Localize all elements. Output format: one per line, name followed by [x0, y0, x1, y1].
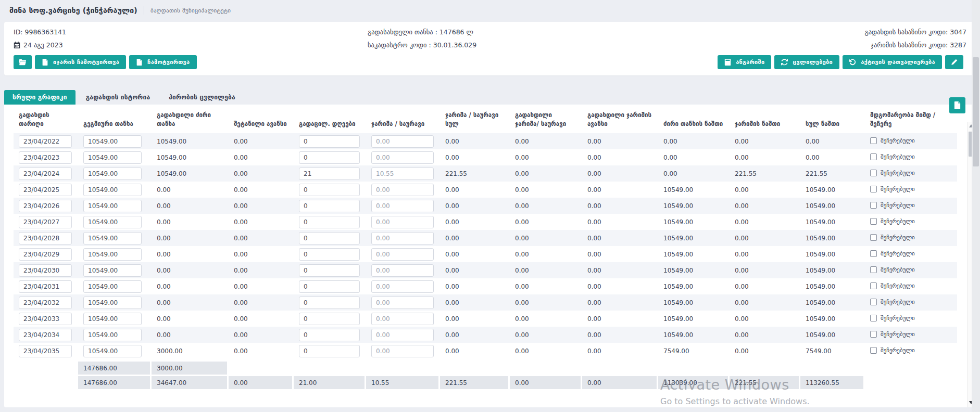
amount-input[interactable]: 0.00 — [371, 297, 434, 309]
report-button[interactable]: ანგარიში — [718, 55, 771, 69]
amount-input[interactable]: 10549.00 — [83, 168, 142, 180]
amount-input[interactable]: 0.00 — [371, 329, 434, 341]
amount-input[interactable]: 0.00 — [371, 200, 434, 212]
checkbox-box[interactable] — [870, 137, 877, 144]
suspended-checkbox[interactable]: შეჩერებული — [870, 315, 915, 321]
amount-input[interactable]: 0 — [299, 297, 360, 309]
amount-input[interactable]: 10549.00 — [83, 264, 142, 277]
suspended-checkbox[interactable]: შეჩერებული — [870, 170, 915, 176]
suspended-checkbox[interactable]: შეჩერებული — [870, 347, 915, 354]
date-input[interactable]: 23/04/2027 — [19, 216, 72, 228]
amount-input[interactable]: 0 — [299, 232, 360, 244]
amount-input[interactable]: 0.00 — [371, 313, 434, 325]
amount-input[interactable]: 0.00 — [371, 264, 434, 277]
tab-payment-history[interactable]: გადახდის ისტორია — [78, 90, 159, 105]
amount-input[interactable]: 0 — [299, 264, 360, 277]
amount-input[interactable]: 0 — [299, 184, 360, 196]
date-input[interactable]: 23/04/2026 — [19, 200, 72, 212]
amount-input[interactable]: 0 — [299, 345, 360, 357]
date-input[interactable]: 23/04/2030 — [19, 264, 72, 277]
amount-input[interactable]: 10549.00 — [83, 184, 142, 196]
date-input[interactable]: 23/04/2024 — [19, 168, 72, 180]
amount-input[interactable]: 0 — [299, 151, 360, 164]
suspended-checkbox[interactable]: შეჩერებული — [870, 282, 915, 289]
checkbox-box[interactable] — [870, 347, 877, 354]
tab-condition-change[interactable]: პირობის ცვლილება — [160, 90, 244, 105]
amount-input[interactable]: 0.00 — [371, 345, 434, 357]
amount-input[interactable]: 0.00 — [371, 135, 434, 148]
checkbox-box[interactable] — [870, 331, 877, 338]
date-input[interactable]: 23/04/2023 — [19, 151, 72, 164]
suspended-checkbox[interactable]: შეჩერებული — [870, 153, 915, 160]
amount-input[interactable]: 10549.00 — [83, 313, 142, 325]
edit-button[interactable] — [945, 55, 963, 69]
amount-input[interactable]: 0.00 — [371, 232, 434, 244]
amount-input[interactable]: 0 — [299, 135, 360, 148]
checkbox-box[interactable] — [870, 153, 877, 160]
amount-input[interactable]: 10549.00 — [83, 135, 142, 148]
suspended-checkbox[interactable]: შეჩერებული — [870, 218, 915, 225]
suspended-checkbox[interactable]: შეჩერებული — [870, 250, 915, 257]
checkbox-box[interactable] — [870, 315, 877, 321]
tab-full-schedule[interactable]: სრული გრაფიკი — [4, 90, 76, 105]
amount-input[interactable]: 10549.00 — [83, 345, 142, 357]
date-input[interactable]: 23/04/2025 — [19, 184, 72, 196]
amount-input[interactable]: 0 — [299, 329, 360, 341]
date-input[interactable]: 23/04/2035 — [19, 345, 72, 357]
cell-value: 0.00 — [510, 182, 582, 198]
amount-input[interactable]: 0.00 — [371, 248, 434, 261]
page-scrollbar[interactable] — [972, 0, 980, 412]
amount-input[interactable]: 0.00 — [371, 216, 434, 228]
suspended-label: შეჩერებული — [881, 202, 915, 209]
cell-value: 0.00 — [510, 246, 582, 262]
asset-view-button[interactable]: აქტივის დათვალიერება — [843, 55, 942, 69]
amount-input[interactable]: 0.00 — [371, 184, 434, 196]
amount-input[interactable]: 0 — [299, 313, 360, 325]
amount-input[interactable]: 10.55 — [371, 168, 434, 180]
amount-input[interactable]: 10549.00 — [83, 216, 142, 228]
amount-input[interactable]: 0 — [299, 248, 360, 261]
amount-input[interactable]: 10549.00 — [83, 200, 142, 212]
checkbox-box[interactable] — [870, 250, 877, 257]
amount-input[interactable]: 21 — [299, 168, 360, 180]
suspended-checkbox[interactable]: შეჩერებული — [870, 234, 915, 241]
suspended-checkbox[interactable]: შეჩერებული — [870, 331, 915, 338]
suspended-checkbox[interactable]: შეჩერებული — [870, 299, 915, 305]
amount-input[interactable]: 0.00 — [371, 280, 434, 293]
checkbox-box[interactable] — [870, 266, 877, 273]
date-input[interactable]: 23/04/2032 — [19, 297, 72, 309]
suspended-checkbox[interactable]: შეჩერებული — [870, 266, 915, 273]
open-folder-button[interactable] — [14, 55, 32, 69]
date-input[interactable]: 23/04/2033 — [19, 313, 72, 325]
checkbox-box[interactable] — [870, 186, 877, 192]
amount-input[interactable]: 0 — [299, 280, 360, 293]
amount-input[interactable]: 0 — [299, 216, 360, 228]
date-input[interactable]: 23/04/2031 — [19, 280, 72, 293]
checkbox-box[interactable] — [870, 282, 877, 289]
changes-button[interactable]: ცვლილებები — [774, 55, 839, 69]
checkbox-box[interactable] — [870, 202, 877, 209]
checkbox-box[interactable] — [870, 299, 877, 305]
amount-input[interactable]: 10549.00 — [83, 151, 142, 164]
amount-input[interactable]: 0 — [299, 200, 360, 212]
suspended-checkbox[interactable]: შეჩერებული — [870, 186, 915, 192]
date-input[interactable]: 23/04/2034 — [19, 329, 72, 341]
amount-input[interactable]: 10549.00 — [83, 297, 142, 309]
suspended-checkbox[interactable]: შეჩერებული — [870, 202, 915, 209]
checkbox-box[interactable] — [870, 234, 877, 241]
download-button[interactable]: ჩამოტვირთვა — [129, 55, 196, 69]
amount-input[interactable]: 10549.00 — [83, 248, 142, 261]
checkbox-box[interactable] — [870, 170, 877, 176]
date-input[interactable]: 23/04/2022 — [19, 135, 72, 148]
amount-input[interactable]: 10549.00 — [83, 280, 142, 293]
export-excel-button[interactable] — [949, 97, 965, 113]
amount-input[interactable]: 0.00 — [371, 151, 434, 164]
amount-input[interactable]: 10549.00 — [83, 232, 142, 244]
checkbox-box[interactable] — [870, 218, 877, 225]
date-input[interactable]: 23/04/2029 — [19, 248, 72, 261]
suspended-checkbox[interactable]: შეჩერებული — [870, 137, 915, 144]
amount-input[interactable]: 10549.00 — [83, 329, 142, 341]
page-scrollbar-thumb[interactable] — [973, 57, 979, 166]
date-input[interactable]: 23/04/2028 — [19, 232, 72, 244]
lease-download-button[interactable]: იჯარის ჩამოტვირთვა — [35, 55, 126, 69]
